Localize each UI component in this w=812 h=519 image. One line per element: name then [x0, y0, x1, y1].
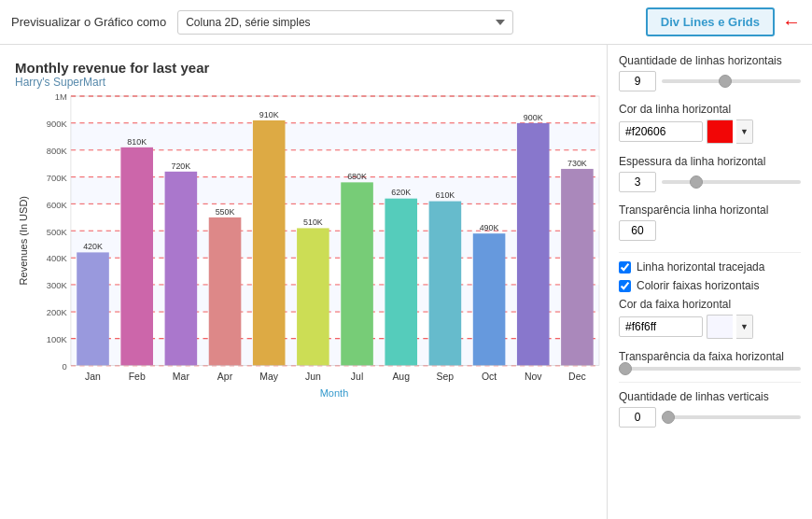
svg-text:100K: 100K	[47, 334, 68, 344]
h-line-thickness-label: Espessura da linha horizontal	[619, 155, 801, 168]
chart-svg-container: 0100K200K300K400K500K600K700K800K900K1M …	[32, 96, 599, 386]
h-lines-count-section: Quantidade de linhas horizontais	[619, 54, 801, 91]
svg-text:510K: 510K	[303, 217, 323, 227]
h-band-color-dropdown[interactable]: ▼	[736, 315, 753, 339]
h-line-color-dropdown[interactable]: ▼	[736, 119, 753, 144]
chart-subtitle: Harry's SuperMart	[15, 76, 599, 89]
svg-text:Dec: Dec	[568, 370, 586, 381]
h-line-color-section: Cor da linha horizontal ▼	[619, 103, 801, 144]
h-band-color-row: Colorir faixas horizontais	[619, 279, 801, 292]
h-line-transparency-input[interactable]	[619, 220, 656, 241]
v-lines-count-section: Quantidade de linhas verticais	[619, 390, 801, 428]
h-line-thickness-slider[interactable]	[662, 180, 801, 184]
svg-text:Jan: Jan	[85, 370, 101, 381]
svg-text:Sep: Sep	[437, 370, 455, 381]
h-lines-count-input[interactable]	[619, 71, 656, 91]
svg-rect-25	[473, 233, 506, 365]
svg-text:730K: 730K	[567, 159, 587, 168]
svg-text:Feb: Feb	[129, 370, 146, 381]
h-line-color-input[interactable]	[619, 121, 703, 142]
svg-rect-23	[385, 199, 417, 366]
chart-title: Monthly revenue for last year	[15, 60, 599, 76]
svg-text:700K: 700K	[47, 173, 68, 183]
h-line-color-swatch[interactable]	[707, 119, 733, 144]
svg-rect-16	[77, 252, 109, 365]
svg-rect-26	[517, 123, 550, 366]
svg-rect-22	[341, 182, 373, 365]
arrow-icon: ←	[782, 11, 801, 33]
v-lines-count-slider[interactable]	[662, 415, 801, 419]
svg-rect-20	[253, 120, 286, 366]
svg-rect-17	[120, 147, 153, 366]
h-line-thickness-section: Espessura da linha horizontal	[619, 155, 801, 192]
svg-rect-21	[297, 228, 329, 365]
y-axis-label: Revenues (In USD)	[18, 196, 29, 285]
svg-text:910K: 910K	[259, 110, 279, 119]
svg-text:900K: 900K	[524, 113, 543, 122]
h-band-transparency-slider[interactable]	[619, 367, 801, 371]
svg-text:Jun: Jun	[305, 370, 321, 381]
chart-area: Monthly revenue for last year Harry's Su…	[0, 45, 607, 519]
svg-text:800K: 800K	[47, 146, 68, 156]
top-bar: Previsualizar o Gráfico como Coluna 2D, …	[0, 0, 812, 45]
h-line-transparency-section: Transparência linha horizontal	[619, 203, 801, 241]
svg-text:400K: 400K	[47, 253, 68, 263]
chart-type-select[interactable]: Coluna 2D, série simples	[177, 10, 513, 35]
svg-text:610K: 610K	[436, 190, 455, 200]
svg-text:900K: 900K	[47, 119, 68, 129]
h-band-color-label: Colorir faixas horizontais	[637, 279, 759, 292]
svg-text:550K: 550K	[216, 207, 235, 217]
v-lines-count-input[interactable]	[619, 407, 656, 428]
h-line-dashed-row: Linha horizontal tracejada	[619, 260, 801, 274]
main-content: Monthly revenue for last year Harry's Su…	[0, 45, 812, 519]
svg-text:620K: 620K	[391, 188, 411, 197]
h-line-transparency-label: Transparência linha horizontal	[619, 203, 801, 217]
svg-rect-19	[209, 217, 242, 366]
right-panel: Quantidade de linhas horizontais Cor da …	[607, 45, 812, 519]
svg-text:600K: 600K	[47, 200, 68, 210]
h-line-dashed-checkbox[interactable]	[619, 261, 631, 274]
h-band-transparency-label: Transparência da faixa horizontal	[619, 350, 801, 363]
svg-rect-18	[165, 172, 198, 366]
svg-text:May: May	[259, 370, 278, 381]
svg-text:420K: 420K	[83, 242, 103, 251]
svg-rect-24	[429, 202, 462, 366]
svg-text:Oct: Oct	[482, 370, 497, 381]
svg-text:680K: 680K	[347, 172, 367, 181]
svg-text:300K: 300K	[47, 280, 68, 290]
svg-text:Aug: Aug	[392, 370, 410, 381]
div-lines-button[interactable]: Div Lines e Grids	[646, 7, 775, 36]
svg-text:0: 0	[62, 361, 66, 372]
svg-text:810K: 810K	[127, 137, 147, 147]
preview-label: Previsualizar o Gráfico como	[11, 15, 166, 29]
h-band-color-section: Cor da faixa horizontal ▼	[619, 298, 801, 339]
h-band-color-section-label: Cor da faixa horizontal	[619, 298, 801, 311]
h-lines-count-slider[interactable]	[662, 79, 801, 83]
svg-text:490K: 490K	[480, 223, 499, 232]
h-line-color-label: Cor da linha horizontal	[619, 103, 801, 116]
svg-text:Mar: Mar	[173, 370, 190, 381]
h-line-thickness-input[interactable]	[619, 172, 656, 192]
svg-text:720K: 720K	[171, 161, 190, 171]
h-line-dashed-label: Linha horizontal tracejada	[637, 260, 764, 274]
svg-text:Nov: Nov	[525, 370, 542, 381]
h-band-color-input[interactable]	[619, 316, 703, 337]
h-band-color-swatch[interactable]	[707, 315, 733, 339]
svg-text:1M: 1M	[55, 91, 67, 102]
svg-text:Jul: Jul	[351, 370, 363, 381]
svg-text:200K: 200K	[47, 307, 68, 317]
v-lines-count-label: Quantidade de linhas verticais	[619, 390, 801, 403]
h-band-color-checkbox[interactable]	[619, 280, 631, 292]
svg-text:500K: 500K	[47, 226, 68, 236]
svg-rect-27	[561, 169, 594, 366]
h-band-transparency-section: Transparência da faixa horizontal	[619, 350, 801, 371]
x-axis-label: Month	[69, 387, 599, 399]
svg-text:Apr: Apr	[217, 370, 233, 381]
h-lines-count-label: Quantidade de linhas horizontais	[619, 54, 801, 67]
